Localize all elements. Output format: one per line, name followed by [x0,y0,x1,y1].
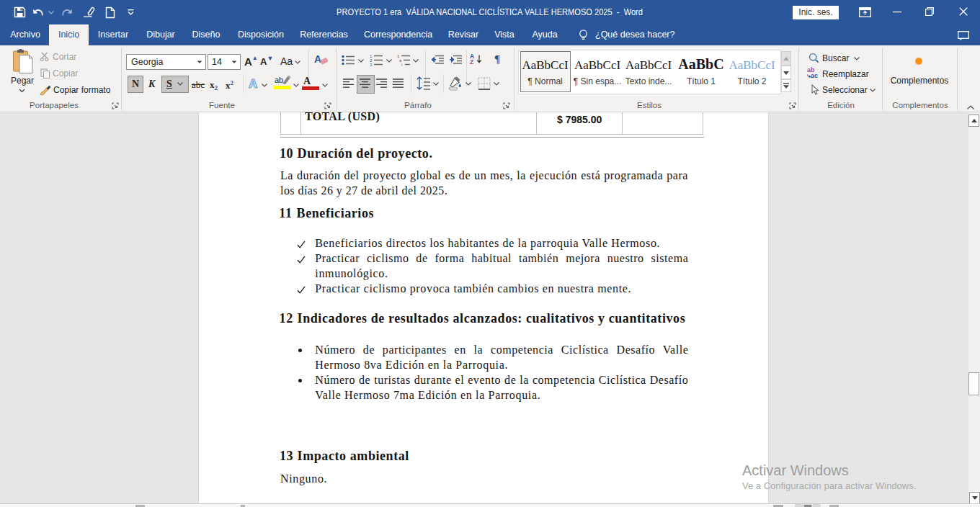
svg-text:i: i [401,63,402,67]
svg-text:3: 3 [370,63,373,67]
